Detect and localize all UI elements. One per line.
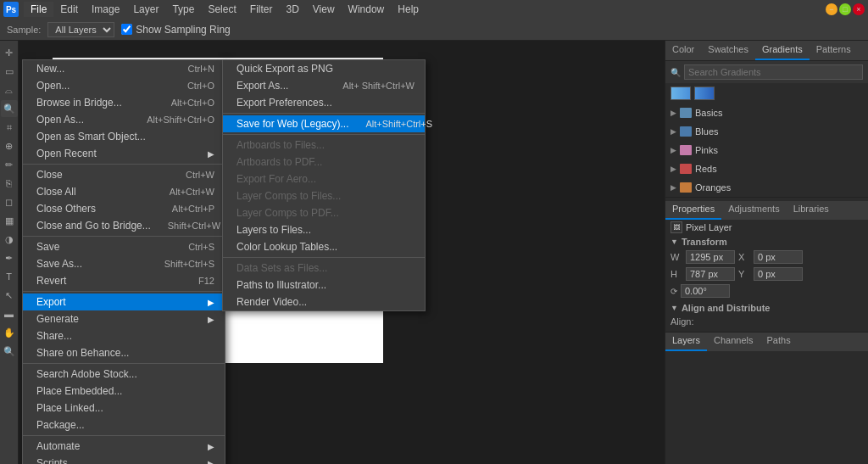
clone-tool[interactable]: ⎘ bbox=[1, 175, 18, 192]
tab-swatches[interactable]: Swatches bbox=[701, 41, 755, 60]
basics-chevron: ▶ bbox=[670, 109, 676, 117]
heal-tool[interactable]: ⊕ bbox=[1, 137, 18, 154]
menu-automate[interactable]: Automate ▶ bbox=[23, 438, 225, 455]
maximize-button[interactable]: □ bbox=[839, 3, 851, 15]
tab-adjustments[interactable]: Adjustments bbox=[721, 201, 787, 220]
menu-close-go-bridge[interactable]: Close and Go to Bridge... Shift+Ctrl+W bbox=[23, 217, 225, 234]
angle-value[interactable]: 0.00° bbox=[681, 284, 730, 298]
type-tool[interactable]: T bbox=[1, 268, 18, 285]
menu-image[interactable]: Image bbox=[85, 2, 126, 17]
dodge-tool[interactable]: ◑ bbox=[1, 231, 18, 248]
select-tool[interactable]: ▭ bbox=[1, 63, 18, 80]
menu-window[interactable]: Window bbox=[342, 2, 392, 17]
sample-label: Sample: bbox=[7, 25, 41, 35]
lasso-tool[interactable]: ⌓ bbox=[1, 81, 18, 98]
menu-share-behance[interactable]: Share on Behance... bbox=[23, 344, 225, 361]
eraser-tool[interactable]: ◻ bbox=[1, 193, 18, 210]
export-preferences[interactable]: Export Preferences... bbox=[223, 94, 425, 111]
minimize-button[interactable]: − bbox=[826, 3, 837, 15]
pen-tool[interactable]: ✒ bbox=[1, 249, 18, 266]
menu-open-as[interactable]: Open As... Alt+Shift+Ctrl+O bbox=[23, 111, 225, 128]
data-sets[interactable]: Data Sets as Files... bbox=[223, 260, 425, 277]
menu-type[interactable]: Type bbox=[165, 2, 201, 17]
menu-save[interactable]: Save Ctrl+S bbox=[23, 238, 225, 255]
oranges-group-header[interactable]: ▶ Oranges bbox=[665, 180, 868, 195]
zoom-tool[interactable]: 🔍 bbox=[1, 343, 18, 360]
menu-generate[interactable]: Generate ▶ bbox=[23, 310, 225, 327]
brush-tool[interactable]: ✏ bbox=[1, 156, 18, 173]
menu-place-linked[interactable]: Place Linked... bbox=[23, 400, 225, 416]
close-button[interactable]: × bbox=[853, 3, 865, 15]
menu-select[interactable]: Select bbox=[201, 2, 242, 17]
menu-layer[interactable]: Layer bbox=[126, 2, 165, 17]
sample-select[interactable]: All Layers bbox=[47, 22, 114, 37]
menu-export[interactable]: Export ▶ bbox=[23, 293, 225, 310]
panel-tab-bar: Color Swatches Gradients Patterns bbox=[665, 41, 868, 61]
menu-scripts[interactable]: Scripts ▶ bbox=[23, 455, 225, 464]
menu-save-as[interactable]: Save As... Shift+Ctrl+S bbox=[23, 255, 225, 272]
tab-channels[interactable]: Channels bbox=[707, 333, 760, 351]
gradient-search-input[interactable] bbox=[684, 64, 863, 80]
blues-chevron: ▶ bbox=[670, 127, 676, 136]
tab-patterns[interactable]: Patterns bbox=[810, 41, 858, 60]
move-tool[interactable]: ✛ bbox=[1, 44, 18, 61]
w-value[interactable]: 1295 px bbox=[686, 250, 735, 264]
reds-chevron: ▶ bbox=[670, 165, 676, 173]
tab-paths[interactable]: Paths bbox=[760, 333, 798, 351]
menu-filter[interactable]: Filter bbox=[243, 2, 280, 17]
menu-close[interactable]: Close Ctrl+W bbox=[23, 166, 225, 183]
menu-3d[interactable]: 3D bbox=[279, 2, 305, 17]
menu-revert[interactable]: Revert F12 bbox=[23, 272, 225, 289]
menu-share[interactable]: Share... bbox=[23, 327, 225, 344]
h-value[interactable]: 787 px bbox=[686, 267, 735, 281]
path-select-tool[interactable]: ↖ bbox=[1, 287, 18, 304]
menu-search-adobe[interactable]: Search Adobe Stock... bbox=[23, 366, 225, 383]
shape-tool[interactable]: ▬ bbox=[1, 305, 18, 322]
menu-help[interactable]: Help bbox=[391, 2, 426, 17]
menu-close-all[interactable]: Close All Alt+Ctrl+W bbox=[23, 183, 225, 200]
tab-gradients[interactable]: Gradients bbox=[755, 41, 810, 60]
y-value[interactable]: 0 px bbox=[754, 267, 803, 281]
render-video[interactable]: Render Video... bbox=[223, 293, 425, 310]
gradient-swatch-2[interactable] bbox=[694, 87, 715, 100]
menu-place-embedded[interactable]: Place Embedded... bbox=[23, 383, 225, 400]
menu-package[interactable]: Package... bbox=[23, 416, 225, 433]
eyedropper-tool[interactable]: 🔍 bbox=[1, 100, 18, 117]
layer-comps-pdf[interactable]: Layer Comps to PDF... bbox=[223, 204, 425, 221]
menu-open-recent[interactable]: Open Recent ▶ bbox=[23, 145, 225, 162]
menu-open[interactable]: Open... Ctrl+O bbox=[23, 77, 225, 94]
tab-libraries[interactable]: Libraries bbox=[787, 201, 836, 220]
crop-tool[interactable]: ⌗ bbox=[1, 119, 18, 136]
artboards-pdf[interactable]: Artboards to PDF... bbox=[223, 154, 425, 171]
align-label: Align and Distribute bbox=[682, 303, 771, 313]
gradient-tool[interactable]: ▦ bbox=[1, 212, 18, 229]
show-sampling-ring-checkbox[interactable] bbox=[121, 24, 132, 35]
blues-group-header[interactable]: ▶ Blues bbox=[665, 124, 868, 139]
tab-layers[interactable]: Layers bbox=[665, 333, 707, 351]
hand-tool[interactable]: ✋ bbox=[1, 324, 18, 341]
menu-close-others[interactable]: Close Others Alt+Ctrl+P bbox=[23, 200, 225, 217]
x-value[interactable]: 0 px bbox=[754, 250, 803, 264]
tab-properties[interactable]: Properties bbox=[665, 201, 721, 220]
menu-open-smart[interactable]: Open as Smart Object... bbox=[23, 128, 225, 145]
export-aero[interactable]: Export For Aero... bbox=[223, 171, 425, 187]
paths-illustrator[interactable]: Paths to Illustrator... bbox=[223, 277, 425, 293]
menu-browse-bridge[interactable]: Browse in Bridge... Alt+Ctrl+O bbox=[23, 94, 225, 111]
color-lookup-tables[interactable]: Color Lookup Tables... bbox=[223, 238, 425, 255]
pinks-group-header[interactable]: ▶ Pinks bbox=[665, 143, 868, 158]
export-as[interactable]: Export As... Alt+ Shift+Ctrl+W bbox=[223, 77, 425, 94]
menu-file[interactable]: File bbox=[24, 2, 53, 17]
layers-files[interactable]: Layers to Files... bbox=[223, 221, 425, 238]
menu-edit[interactable]: Edit bbox=[53, 2, 85, 17]
save-for-web[interactable]: Save for Web (Legacy)... Alt+Shift+Ctrl+… bbox=[223, 115, 425, 132]
artboards-files[interactable]: Artboards to Files... bbox=[223, 137, 425, 154]
file-menu-dropdown: New... Ctrl+N Open... Ctrl+O Browse in B… bbox=[22, 59, 225, 464]
gradient-swatch-1[interactable] bbox=[670, 87, 691, 100]
menu-view[interactable]: View bbox=[306, 2, 342, 17]
export-quick-png[interactable]: Quick Export as PNG bbox=[223, 60, 425, 77]
layer-comps-files[interactable]: Layer Comps to Files... bbox=[223, 187, 425, 204]
tab-color[interactable]: Color bbox=[665, 41, 701, 60]
menu-new[interactable]: New... Ctrl+N bbox=[23, 60, 225, 77]
basics-group-header[interactable]: ▶ Basics bbox=[665, 105, 868, 120]
reds-group-header[interactable]: ▶ Reds bbox=[665, 161, 868, 176]
